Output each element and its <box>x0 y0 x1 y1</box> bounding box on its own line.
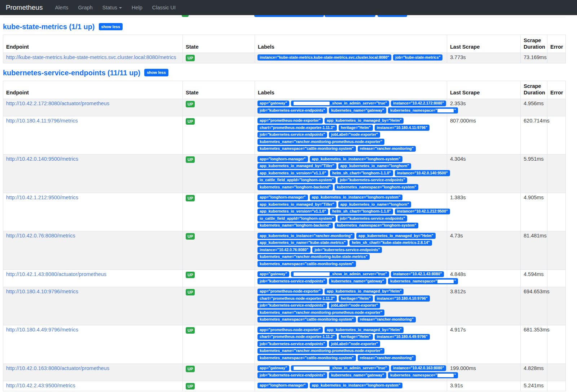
nav-item-alerts[interactable]: Alerts <box>55 5 68 10</box>
label-line: app_kubernetes_io_version="v1.1.0"helm_s… <box>257 170 444 177</box>
endpoint-link[interactable]: http://10.42.1.43:8080/actuator/promethe… <box>6 271 106 277</box>
nav-item-help[interactable]: Help <box>132 5 142 10</box>
endpoint-link[interactable]: http://10.180.4.10:9796/metrics <box>6 289 78 294</box>
show-less-button[interactable]: show less <box>99 23 123 30</box>
endpoint-link[interactable]: http://kube-state-metrics.kube-state-met… <box>6 54 176 60</box>
endpoint-link[interactable]: http://10.42.2.172:8080/actuator/prometh… <box>6 101 109 106</box>
nav-item-graph[interactable]: Graph <box>78 5 93 10</box>
endpoint-cell: http://10.180.4.11:9796/metrics <box>3 116 183 155</box>
state-badge-up: UP <box>186 195 195 201</box>
label-badge: chart="prometheus-node-exporter-1.11.2" <box>257 125 337 131</box>
section-header-kubernetes-service-endpoints[interactable]: kubernetes-service-endpoints (11/11 up) … <box>3 68 574 77</box>
target-row: http://10.180.4.11:9796/metricsUPapp="pr… <box>3 116 566 155</box>
endpoint-link[interactable]: http://10.42.0.163:8080/actuator/prometh… <box>6 365 109 371</box>
error-value <box>547 116 566 155</box>
column-header-scrape-duration: Scrape Duration <box>521 35 547 53</box>
label-line: app_kubernetes_io_managed_by="Tiller"app… <box>257 163 444 170</box>
target-row: http://10.42.2.172:8080/actuator/prometh… <box>3 99 566 116</box>
nav-item-status[interactable]: Status <box>102 5 122 10</box>
label-badge: heritage="Helm" <box>339 125 373 131</box>
last-scrape-value: 4.73s <box>447 231 521 270</box>
label-line: app="prometheus-node-exporter"app_kubern… <box>257 118 444 125</box>
column-header-last-scrape: Last Scrape <box>447 81 521 99</box>
label-line: kubernetes_name="longhorn-backend"kubern… <box>257 184 444 191</box>
label-line: app_kubernetes_io_instance="rancher-moni… <box>257 233 444 240</box>
label-badge: _show_in_admin_server="true" <box>291 365 389 371</box>
state-cell: UP <box>183 155 255 193</box>
endpoint-link[interactable]: http://10.42.2.43:9500/metrics <box>6 383 75 388</box>
state-badge-up: UP <box>186 101 195 107</box>
last-scrape-value: 199.000ms <box>447 364 521 381</box>
label-badge: app_kubernetes_io_managed_by="Helm" <box>325 118 404 124</box>
error-value <box>547 53 566 63</box>
label-line: instance="kube-state-metrics.kube-state-… <box>257 54 444 62</box>
clipped-label-badge <box>325 15 375 17</box>
endpoint-link[interactable]: http://10.180.4.49:9796/metrics <box>6 327 78 333</box>
error-value <box>547 155 566 193</box>
target-row: http://10.42.0.140:9500/metricsUPapp="lo… <box>3 155 566 193</box>
label-line: instance="10.42.0.76:8080"job="kubernete… <box>257 247 444 254</box>
label-line: app_kubernetes_io_name="kube-state-metri… <box>257 240 444 247</box>
endpoint-link[interactable]: http://10.42.0.140:9500/metrics <box>6 156 78 162</box>
error-value <box>547 287 566 325</box>
last-scrape-value: 3.773s <box>447 53 521 63</box>
endpoint-cell: http://10.42.2.172:8080/actuator/prometh… <box>3 99 183 116</box>
redaction-box <box>437 374 454 377</box>
label-badge: job="kubernetes-service-endpoints" <box>312 247 382 253</box>
column-header-error: Error <box>547 35 566 53</box>
label-line: job="kubernetes-service-endpoints"jobLab… <box>257 303 444 310</box>
scrape-duration-value: 81.481ms <box>521 231 547 270</box>
label-badge: instance="10.42.2.172:8080" <box>391 101 446 107</box>
table-header-row: Endpoint State Labels Last Scrape Scrape… <box>3 35 566 53</box>
label-badge: kubernetes_name="longhorn-backend" <box>257 223 333 229</box>
state-badge-up: UP <box>186 55 195 61</box>
column-header-labels: Labels <box>255 81 447 99</box>
label-badge: job="kube-state-metrics" <box>393 54 442 61</box>
label-badge: job="kubernetes-service-endpoints" <box>257 303 327 309</box>
section-title[interactable]: kubernetes-service-endpoints (11/11 up) <box>3 68 140 77</box>
column-header-state: State <box>183 81 255 99</box>
endpoint-cell: http://10.42.2.43:9500/metrics <box>3 381 183 391</box>
endpoint-cell: http://10.42.1.43:8080/actuator/promethe… <box>3 270 183 287</box>
labels-cell: instance="kube-state-metrics.kube-state-… <box>255 53 447 63</box>
label-line: job="kubernetes-service-endpoints"jobLab… <box>257 341 444 348</box>
label-badge: job="kubernetes-service-endpoints" <box>257 107 327 113</box>
label-badge: kubernetes_name="longhorn-backend" <box>257 184 333 190</box>
column-header-error: Error <box>547 81 566 99</box>
label-badge: job="kubernetes-service-endpoints" <box>338 177 407 183</box>
label-line: job="kubernetes-service-endpoints"kubern… <box>257 278 444 285</box>
state-badge-up: UP <box>186 118 195 125</box>
section-title[interactable]: kube-state-metrics (1/1 up) <box>3 22 95 31</box>
section-header-kube-state-metrics[interactable]: kube-state-metrics (1/1 up) show less <box>3 22 574 31</box>
nav-item-classic-ui[interactable]: Classic UI <box>152 5 176 10</box>
clipped-state-badge <box>182 15 189 17</box>
scrape-duration-value: 5.241ms <box>521 381 547 391</box>
label-badge: kubernetes_namespace="longhorn-system" <box>335 184 418 190</box>
app-brand[interactable]: Prometheus <box>6 4 43 12</box>
target-row: http://10.42.0.76:8080/metricsUPapp_kube… <box>3 231 566 270</box>
main-nav: Alerts Graph Status Help Classic UI <box>55 5 185 10</box>
label-badge: app_kubernetes_io_version="v1.1.0" <box>257 170 328 176</box>
endpoint-link[interactable]: http://10.180.4.11:9796/metrics <box>6 118 78 124</box>
show-less-button[interactable]: show less <box>144 69 168 76</box>
scrape-duration-value: 620.714ms <box>521 116 547 155</box>
labels-cell: app="longhorn-manager"app_kubernetes_io_… <box>255 155 447 193</box>
endpoint-link[interactable]: http://10.42.1.212:9500/metrics <box>6 195 78 200</box>
label-badge: job="kubernetes-service-endpoints" <box>257 372 327 378</box>
label-line: job="kubernetes-service-endpoints"jobLab… <box>257 132 444 139</box>
label-badge: app_kubernetes_io_managed_by="Tiller" <box>257 163 336 169</box>
label-badge: io_cattle_field_appId="longhorn-system" <box>257 177 336 183</box>
last-scrape-value: 807.000ms <box>447 116 521 155</box>
table-header-row: Endpoint State Labels Last Scrape Scrape… <box>3 81 566 99</box>
label-badge: app="gateway" <box>257 101 289 107</box>
label-badge: kubernetes_namespace="longhorn-system" <box>335 223 418 229</box>
endpoint-link[interactable]: http://10.42.0.76:8080/metrics <box>6 233 75 239</box>
label-badge: app="prometheus-node-exporter" <box>257 289 323 295</box>
state-badge-up: UP <box>186 366 195 372</box>
label-badge: kubernetes_namespace="" <box>388 107 458 113</box>
label-badge: app_kubernetes_io_managed_by="Helm" <box>325 327 404 333</box>
redaction-box <box>294 272 330 276</box>
error-value <box>547 364 566 381</box>
label-line: io_cattle_field_appId="longhorn-system"j… <box>257 215 444 223</box>
error-value <box>547 231 566 270</box>
